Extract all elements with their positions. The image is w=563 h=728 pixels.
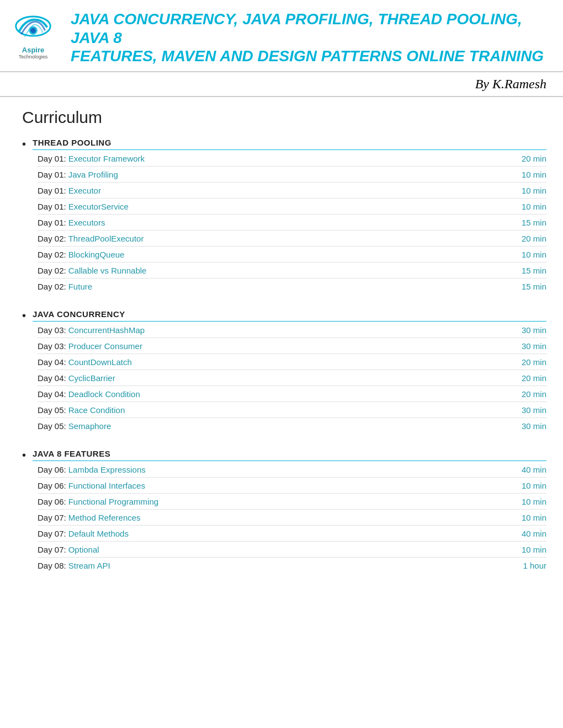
item-left: Day 06:Lambda Expressions [38, 465, 146, 474]
bullet-icon: • [22, 449, 26, 462]
table-row: Day 06:Lambda Expressions40 min [38, 462, 546, 478]
course-name[interactable]: Method References [68, 513, 141, 522]
day-label: Day 06: [38, 465, 66, 474]
section-java8-features: •JAVA 8 FEATURESDay 06:Lambda Expression… [22, 449, 546, 573]
table-row: Day 04:CountDownLatch20 min [38, 354, 546, 370]
day-label: Day 01: [38, 186, 66, 195]
section-header-java-concurrency: •JAVA CONCURRENCY [22, 309, 546, 322]
item-duration: 20 min [522, 389, 546, 399]
course-name[interactable]: Producer Consumer [68, 341, 142, 351]
table-row: Day 07:Optional10 min [38, 542, 546, 558]
page-header: Aspire Technologies JAVA CONCURRENCY, JA… [0, 0, 563, 72]
logo-area: Aspire Technologies [11, 15, 61, 60]
course-name[interactable]: ConcurrentHashMap [68, 325, 145, 335]
day-label: Day 01: [38, 202, 66, 211]
section-thread-pooling: •THREAD POOLINGDay 01:Executor Framework… [22, 138, 546, 294]
item-duration: 10 min [522, 186, 546, 195]
course-name[interactable]: ExecutorService [68, 202, 129, 211]
day-label: Day 05: [38, 421, 66, 431]
day-label: Day 07: [38, 513, 66, 522]
course-name[interactable]: Default Methods [68, 529, 129, 538]
course-name[interactable]: Future [68, 282, 92, 291]
course-name[interactable]: ThreadPoolExecutor [68, 234, 144, 243]
item-duration: 20 min [522, 373, 546, 383]
day-label: Day 01: [38, 170, 66, 179]
course-name[interactable]: Functional Programming [68, 497, 158, 506]
table-row: Day 01:Executor Framework20 min [38, 151, 546, 167]
day-label: Day 04: [38, 389, 66, 399]
table-row: Day 08:Stream API1 hour [38, 558, 546, 573]
course-name[interactable]: Executor Framework [68, 154, 145, 163]
item-duration: 10 min [522, 202, 546, 211]
course-name[interactable]: Semaphore [68, 421, 111, 431]
logo-subtitle: Technologies [19, 54, 48, 60]
item-duration: 30 min [522, 421, 546, 431]
course-name[interactable]: Lambda Expressions [68, 465, 146, 474]
course-name[interactable]: CyclicBarrier [68, 373, 115, 383]
day-label: Day 06: [38, 497, 66, 506]
table-row: Day 01:Java Profiling10 min [38, 167, 546, 183]
section-title-java-concurrency: JAVA CONCURRENCY [33, 309, 546, 322]
table-row: Day 02:Future15 min [38, 279, 546, 294]
item-left: Day 06:Functional Programming [38, 497, 158, 506]
course-name[interactable]: BlockingQueue [68, 250, 125, 259]
item-left: Day 06:Functional Interfaces [38, 481, 145, 490]
course-name[interactable]: Deadlock Condition [68, 389, 140, 399]
day-label: Day 02: [38, 234, 66, 243]
day-label: Day 04: [38, 373, 66, 383]
day-label: Day 07: [38, 529, 66, 538]
table-row: Day 05:Race Condition30 min [38, 402, 546, 418]
byline: By K.Ramesh [475, 77, 546, 92]
course-name[interactable]: Executor [68, 186, 101, 195]
day-label: Day 03: [38, 325, 66, 335]
item-duration: 10 min [522, 250, 546, 259]
logo-name: Aspire [22, 46, 44, 54]
item-left: Day 01:ExecutorService [38, 202, 129, 211]
course-name[interactable]: Java Profiling [68, 170, 118, 179]
table-row: Day 07:Method References10 min [38, 510, 546, 526]
day-label: Day 02: [38, 250, 66, 259]
table-row: Day 04:CyclicBarrier20 min [38, 370, 546, 386]
day-label: Day 01: [38, 154, 66, 163]
course-name[interactable]: Executors [68, 218, 105, 227]
table-row: Day 01:Executor10 min [38, 183, 546, 199]
byline-row: By K.Ramesh [0, 72, 563, 97]
day-label: Day 01: [38, 218, 66, 227]
section-items-thread-pooling: Day 01:Executor Framework20 minDay 01:Ja… [38, 151, 546, 294]
bullet-icon: • [22, 309, 26, 322]
item-left: Day 03:ConcurrentHashMap [38, 325, 145, 335]
main-title: JAVA CONCURRENCY, JAVA PROFILING, THREAD… [71, 10, 546, 66]
item-left: Day 05:Race Condition [38, 405, 125, 415]
day-label: Day 06: [38, 481, 66, 490]
item-left: Day 08:Stream API [38, 561, 110, 570]
course-name[interactable]: Callable vs Runnable [68, 266, 147, 275]
item-duration: 10 min [522, 170, 546, 179]
course-name[interactable]: Functional Interfaces [68, 481, 145, 490]
item-left: Day 01:Java Profiling [38, 170, 118, 179]
course-name[interactable]: Stream API [68, 561, 110, 570]
logo-box: Aspire Technologies [11, 15, 55, 60]
item-duration: 30 min [522, 405, 546, 415]
item-duration: 10 min [522, 545, 546, 554]
table-row: Day 01:Executors15 min [38, 215, 546, 231]
section-items-java8-features: Day 06:Lambda Expressions40 minDay 06:Fu… [38, 462, 546, 573]
item-duration: 10 min [522, 481, 546, 490]
day-label: Day 05: [38, 405, 66, 415]
day-label: Day 04: [38, 357, 66, 367]
day-label: Day 08: [38, 561, 66, 570]
item-duration: 15 min [522, 282, 546, 291]
item-left: Day 01:Executor Framework [38, 154, 145, 163]
bullet-icon: • [22, 138, 26, 151]
item-left: Day 02:ThreadPoolExecutor [38, 234, 144, 243]
header-title-block: JAVA CONCURRENCY, JAVA PROFILING, THREAD… [71, 10, 546, 66]
item-duration: 40 min [522, 465, 546, 474]
course-name[interactable]: Optional [68, 545, 99, 554]
item-left: Day 05:Semaphore [38, 421, 111, 431]
item-duration: 15 min [522, 266, 546, 275]
item-duration: 15 min [522, 218, 546, 227]
table-row: Day 03:ConcurrentHashMap30 min [38, 322, 546, 338]
day-label: Day 07: [38, 545, 66, 554]
course-name[interactable]: CountDownLatch [68, 357, 132, 367]
course-name[interactable]: Race Condition [68, 405, 125, 415]
table-row: Day 05:Semaphore30 min [38, 418, 546, 433]
